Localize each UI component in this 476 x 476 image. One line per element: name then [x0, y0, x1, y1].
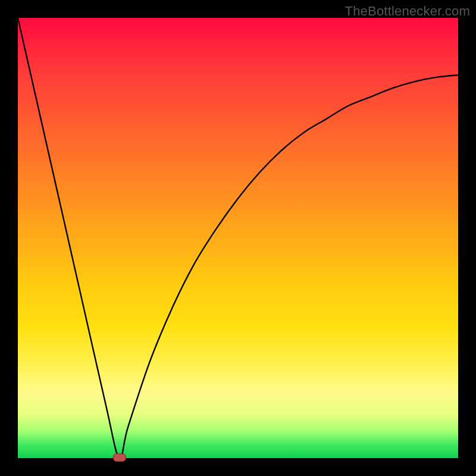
- chart-frame: TheBottlenecker.com: [0, 0, 476, 476]
- bottleneck-curve: [18, 18, 458, 458]
- minimum-marker: [113, 453, 126, 462]
- watermark-text: TheBottlenecker.com: [345, 4, 470, 19]
- plot-area: [18, 18, 458, 458]
